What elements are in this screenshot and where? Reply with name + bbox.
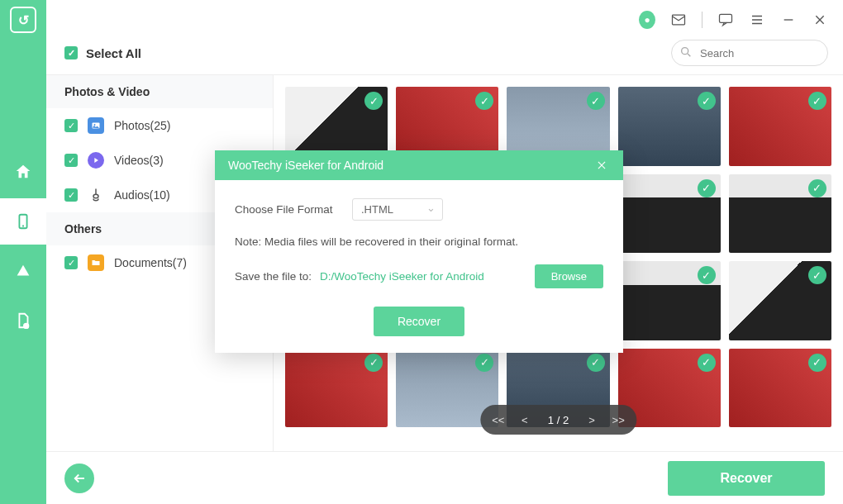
check-badge-icon: ✓ [808,179,826,197]
choose-format-label: Choose File Format [235,203,342,216]
section-photos-video: Photos & Video [46,75,273,108]
save-path: D:/WooTechy iSeeker for Android [320,270,526,283]
pager-next[interactable]: > [580,408,603,431]
sidebar-item-label: Videos(3) [114,154,164,167]
svg-point-15 [94,124,96,126]
sidebar-item-label: Audios(10) [114,188,170,202]
sidebar-item-label: Documents(7) [114,256,187,269]
mail-icon[interactable] [670,12,687,28]
format-select[interactable]: .HTML [352,198,443,221]
arrow-left-icon [72,471,87,486]
thumbnail[interactable]: ✓ [618,87,721,166]
dialog-note: Note: Media files will be recovered in t… [235,235,603,248]
phone-icon [14,212,32,231]
recover-button[interactable]: Recover [668,461,825,496]
check-badge-icon: ✓ [698,179,716,197]
home-icon [14,163,32,181]
photo-icon [88,117,104,134]
pager-last[interactable]: >> [607,408,630,431]
select-all-label: Select All [86,46,141,60]
pager-text: 1 / 2 [540,414,577,426]
checkbox-icon: ✓ [64,154,78,167]
svg-rect-5 [720,14,732,22]
check-badge-icon: ✓ [808,354,826,372]
sidebar-item-photos[interactable]: ✓ Photos(25) [46,108,273,143]
check-badge-icon: ✓ [808,92,826,110]
export-dialog: WooTechy iSeeker for Android Choose File… [215,150,623,353]
svg-point-12 [682,48,688,55]
svg-rect-4 [673,15,685,25]
audio-icon [88,187,104,203]
checkbox-icon: ✓ [64,119,78,132]
checkbox-icon: ✓ [64,188,78,202]
rail-cloud[interactable] [0,248,46,294]
rail-home[interactable] [0,149,46,195]
check-badge-icon: ✓ [808,266,826,284]
pager-first[interactable]: << [487,408,510,431]
check-badge-icon: ✓ [475,354,493,372]
thumbnail[interactable]: ✓ [729,349,831,428]
check-badge-icon: ✓ [698,354,716,372]
thumbnail[interactable]: ✓ [729,174,831,254]
thumbnail[interactable]: ✓ [729,261,831,340]
browse-button[interactable]: Browse [535,264,603,288]
svg-line-13 [688,54,690,56]
pager: << < 1 / 2 > >> [480,405,636,435]
back-button[interactable] [64,464,94,493]
rail-doc[interactable]: ! [0,297,46,344]
rail-device[interactable] [0,198,46,245]
feedback-icon[interactable] [717,12,734,28]
save-to-label: Save the file to: [235,270,312,283]
document-alert-icon: ! [14,311,32,330]
check-badge-icon: ✓ [698,266,716,284]
close-icon[interactable] [812,12,828,28]
svg-point-16 [93,194,98,198]
thumbnail[interactable]: ✓ [285,349,388,428]
account-icon[interactable]: ● [639,12,655,28]
dialog-close-button[interactable] [593,157,610,174]
cloud-icon [14,262,32,280]
thumbnail[interactable]: ✓ [618,261,721,340]
thumbnail[interactable]: ✓ [729,87,831,166]
sidebar-item-label: Photos(25) [114,119,170,132]
video-icon [88,152,104,169]
check-badge-icon: ✓ [587,354,605,372]
dialog-recover-button[interactable]: Recover [374,307,464,336]
folder-icon [88,254,104,271]
app-logo: ↺ [10,7,36,33]
check-badge-icon: ✓ [587,92,605,110]
search-input[interactable] [671,40,828,66]
close-icon [596,159,607,171]
checkbox-icon: ✓ [64,46,78,59]
check-badge-icon: ✓ [364,354,383,372]
select-all[interactable]: ✓ Select All [64,46,141,60]
pager-prev[interactable]: < [513,408,536,431]
thumbnail[interactable]: ✓ [618,174,721,254]
checkbox-icon: ✓ [64,256,78,269]
search-icon [679,45,693,62]
svg-text:!: ! [26,324,26,328]
separator [702,12,702,28]
check-badge-icon: ✓ [698,92,716,110]
menu-icon[interactable] [749,12,765,28]
dialog-title: WooTechy iSeeker for Android [228,159,383,172]
minimize-icon[interactable] [780,12,797,28]
